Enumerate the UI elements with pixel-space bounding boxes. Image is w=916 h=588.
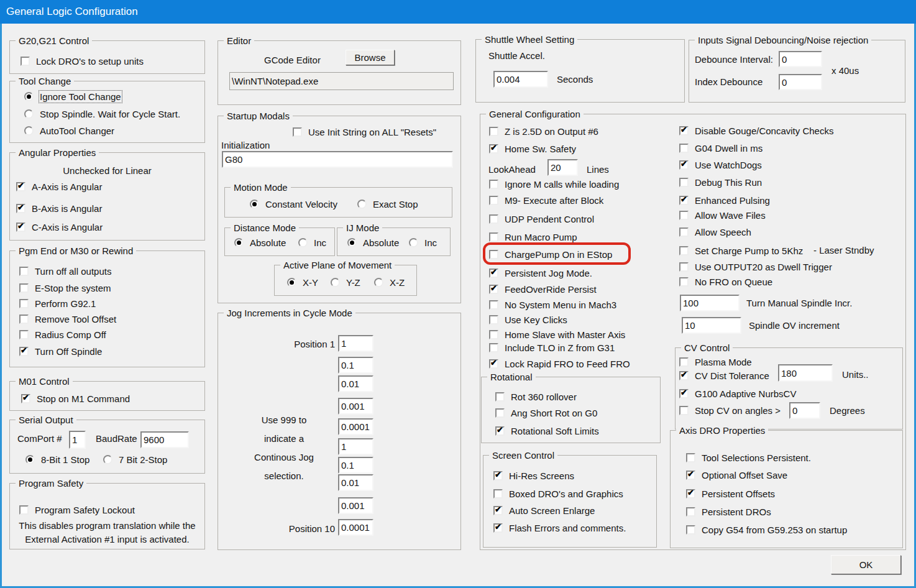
checkbox-feedoverride-persist[interactable]: FeedOverRide Persist — [489, 282, 597, 296]
checkbox-lock-dros[interactable]: Lock DRO's to setup units — [21, 54, 144, 68]
radio-ij-inc[interactable]: Inc — [409, 236, 437, 249]
checkbox-g100-adaptive-nurbscv[interactable]: G100 Adaptive NurbsCV — [679, 387, 796, 400]
checkbox-copy-g54-startup[interactable]: Copy G54 from G59.253 on startup — [686, 523, 847, 536]
checkbox-z-25d-output6[interactable]: Z is 2.5D on Output #6 — [489, 124, 598, 138]
manual-spindle-incr-input[interactable] — [680, 295, 740, 311]
radio-ij-absolute[interactable]: Absolute — [347, 236, 399, 249]
radio-label: Constant Velocity — [265, 199, 337, 209]
checkbox-optional-offset-save[interactable]: Optional Offset Save — [686, 468, 787, 482]
checkbox-use-init-string[interactable]: Use Init String on ALL "Resets" — [293, 125, 436, 139]
checkbox-home-slave-master[interactable]: Home Slave with Master Axis — [489, 328, 625, 341]
shuttle-accel-input[interactable] — [493, 71, 548, 88]
jog-increment-9-input[interactable] — [338, 497, 373, 514]
checkbox-ignore-m-calls[interactable]: Ignore M calls while loading — [489, 177, 619, 191]
checkbox-cv-dist-tolerance[interactable]: CV Dist Tolerance — [679, 369, 769, 382]
ok-button[interactable]: OK — [831, 555, 901, 574]
radio-plane-xy[interactable]: X-Y — [287, 275, 318, 289]
checkbox-no-system-menu[interactable]: No System Menu in Mach3 — [489, 298, 616, 311]
group-startup-modals: Startup Modals Use Init String on ALL "R… — [218, 116, 461, 303]
checkbox-c-axis-angular[interactable]: C-Axis is Angular — [16, 220, 103, 234]
radio-plane-xz[interactable]: X-Z — [374, 275, 405, 289]
checkbox-turn-off-spindle[interactable]: Turn Off Spindle — [19, 344, 102, 358]
cv-dist-tolerance-input[interactable] — [778, 364, 833, 382]
checkbox-use-watchdogs[interactable]: Use WatchDogs — [679, 158, 762, 172]
group-program-safety: Program Safety Program Safety Lockout Th… — [9, 483, 205, 549]
checkbox-rot-360-rollover[interactable]: Rot 360 rollover — [495, 390, 577, 403]
radio-stop-spindle-wait[interactable]: Stop Spindle. Wait for Cycle Start. — [24, 107, 180, 121]
checkbox-use-key-clicks[interactable]: Use Key Clicks — [489, 313, 567, 326]
jog-increment-6-input[interactable] — [338, 438, 373, 455]
radio-distance-inc[interactable]: Inc — [298, 236, 326, 249]
checkbox-label: Z is 2.5D on Output #6 — [505, 126, 598, 137]
checkbox-lock-rapid-fro[interactable]: Lock Rapid FRO to Feed FRO — [489, 357, 630, 370]
lookahead-unit-label: Lines — [587, 164, 609, 175]
checkbox-auto-screen-enlarge[interactable]: Auto Screen Enlarge — [493, 503, 595, 517]
jog-increment-5-input[interactable] — [338, 418, 373, 435]
checkbox-home-sw-safety[interactable]: Home Sw. Safety — [489, 142, 576, 155]
baudrate-input[interactable] — [140, 431, 189, 448]
stop-cv-angles-input[interactable] — [789, 402, 820, 419]
checkbox-persistent-jog-mode[interactable]: Persistent Jog Mode. — [489, 266, 592, 280]
radio-constant-velocity[interactable]: Constant Velocity — [250, 197, 337, 211]
lookahead-input[interactable] — [547, 159, 578, 176]
index-debounce-input[interactable] — [779, 74, 822, 90]
checkbox-g04-dwell-ms[interactable]: G04 Dwell in ms — [679, 141, 763, 155]
radio-icon — [331, 278, 340, 287]
checkbox-allow-speech[interactable]: Allow Speech — [679, 225, 751, 239]
window-titlebar[interactable]: General Logic Configuration — [0, 0, 916, 24]
checkbox-hires-screens[interactable]: Hi-Res Screens — [493, 469, 574, 482]
spindle-ov-increment-input[interactable] — [682, 317, 741, 334]
checkbox-perform-g921[interactable]: Perform G92.1 — [19, 296, 96, 310]
checkbox-disable-gouge[interactable]: Disable Gouge/Concavity Checks — [679, 124, 833, 137]
browse-button[interactable]: Browse — [346, 50, 395, 65]
checkbox-m9-execute-after-block[interactable]: M9- Execute after Block — [489, 193, 603, 207]
checkbox-run-macro-pump[interactable]: Run Macro Pump — [489, 230, 577, 244]
radio-plane-yz[interactable]: Y-Z — [331, 275, 360, 289]
checkbox-use-output20-dwell[interactable]: Use OUTPUT20 as Dwell Trigger — [679, 260, 832, 273]
jog-increment-7-input[interactable] — [338, 457, 373, 474]
checkbox-flash-errors[interactable]: Flash Errors and comments. — [493, 521, 626, 535]
checkbox-debug-this-run[interactable]: Debug This Run — [679, 175, 762, 189]
radio-autotool-changer[interactable]: AutoTool Changer — [24, 124, 114, 137]
radio-exact-stop[interactable]: Exact Stop — [357, 197, 418, 211]
comport-input[interactable] — [69, 431, 86, 449]
checkbox-persistent-offsets[interactable]: Persistent Offsets — [686, 487, 775, 500]
checkbox-udp-pendent-control[interactable]: UDP Pendent Control — [489, 212, 594, 226]
checkbox-estop-system[interactable]: E-Stop the system — [19, 281, 111, 295]
checkbox-a-axis-angular[interactable]: A-Axis is Angular — [16, 180, 102, 193]
group-active-plane: Active Plane of Movement X-Y Y-Z X-Z — [274, 265, 417, 296]
jog-increment-8-input[interactable] — [338, 474, 373, 491]
checkbox-rotational-soft-limits[interactable]: Rotational Soft Limits — [495, 424, 599, 438]
checkbox-stop-on-m1[interactable]: Stop on M1 Command — [21, 392, 130, 405]
initialization-input[interactable] — [222, 151, 453, 168]
checkbox-tool-selections-persistent[interactable]: Tool Selections Persistent. — [686, 451, 811, 464]
radio-7bit-2stop[interactable]: 7 Bit 2-Stop — [103, 452, 167, 466]
jog-increment-1-input[interactable] — [338, 335, 373, 352]
jog-increment-3-input[interactable] — [338, 375, 373, 392]
jog-increment-10-input[interactable] — [338, 519, 373, 536]
jog-increment-4-input[interactable] — [338, 398, 373, 415]
checkbox-icon — [19, 330, 29, 339]
checkbox-no-fro-on-queue[interactable]: No FRO on Queue — [679, 275, 772, 288]
checkbox-set-charge-pump-5khz[interactable]: Set Charge Pump to 5Khz — [679, 244, 803, 257]
checkbox-stop-cv-on-angles[interactable]: Stop CV on angles > — [679, 403, 781, 417]
checkbox-remove-tool-offset[interactable]: Remove Tool Offset — [19, 312, 116, 326]
checkbox-chargepump-on-in-estop[interactable]: ChargePump On in EStop — [489, 247, 612, 261]
checkbox-boxed-dros-graphics[interactable]: Boxed DRO's and Graphics — [493, 487, 623, 500]
radio-distance-absolute[interactable]: Absolute — [234, 236, 286, 249]
checkbox-ang-short-rot-g0[interactable]: Ang Short Rot on G0 — [495, 406, 597, 420]
checkbox-enhanced-pulsing[interactable]: Enhanced Pulsing — [679, 193, 770, 207]
radio-8bit-1stop[interactable]: 8-Bit 1 Stop — [25, 452, 89, 466]
jog-increment-2-input[interactable] — [338, 357, 373, 374]
checkbox-program-safety-lockout[interactable]: Program Safety Lockout — [19, 503, 135, 517]
radio-ignore-tool-change[interactable]: Ignore Tool Change — [24, 90, 121, 103]
debounce-interval-input[interactable] — [779, 51, 822, 67]
checkbox-plasma-mode[interactable]: Plasma Mode — [679, 355, 752, 369]
checkbox-radius-comp-off[interactable]: Radius Comp Off — [19, 328, 106, 341]
gcode-editor-path-input[interactable] — [229, 72, 454, 90]
checkbox-include-tlo[interactable]: Include TLO in Z from G31 — [489, 341, 615, 354]
checkbox-persistent-dros[interactable]: Persistent DROs — [686, 505, 771, 518]
checkbox-b-axis-angular[interactable]: B-Axis is Angular — [16, 201, 102, 215]
checkbox-allow-wave-files[interactable]: Allow Wave Files — [679, 208, 766, 222]
checkbox-turn-off-all-outputs[interactable]: Turn off all outputs — [19, 264, 111, 278]
